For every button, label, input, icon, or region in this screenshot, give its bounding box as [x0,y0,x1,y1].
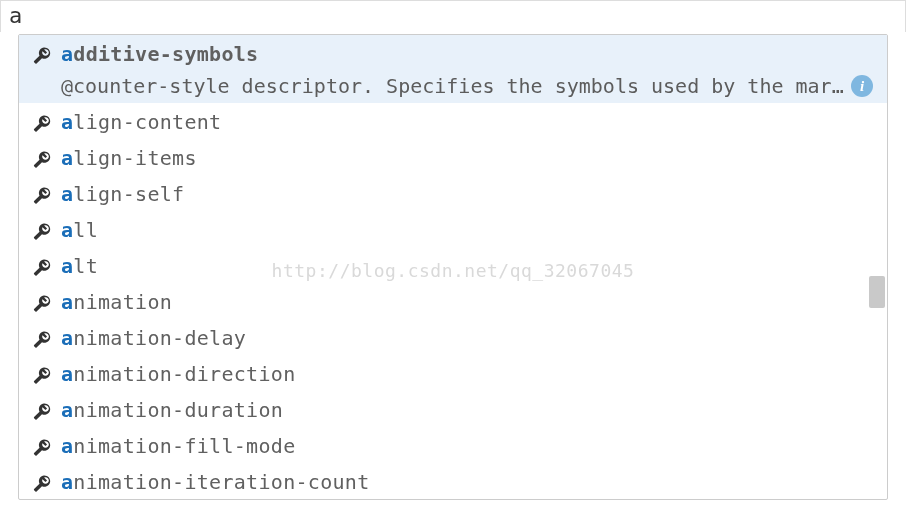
info-icon[interactable]: i [851,75,873,97]
suggestion-description: @counter-style descriptor. Specifies the… [61,71,845,101]
search-input[interactable]: a [0,0,906,32]
suggestion-item[interactable]: animation-delay [19,319,887,355]
suggestion-item[interactable]: additive-symbols@counter-style descripto… [19,35,887,103]
wrench-icon [33,107,59,133]
wrench-icon [33,179,59,205]
suggestion-label: animation-iteration-count [61,467,873,497]
suggestion-label: animation-delay [61,323,873,353]
suggestion-item[interactable]: align-content [19,103,887,139]
suggestion-label: all [61,215,873,245]
suggestion-label: animation [61,287,873,317]
wrench-icon [33,143,59,169]
suggestion-label: animation-fill-mode [61,431,873,461]
wrench-icon [33,251,59,277]
suggestion-label: alt [61,251,873,281]
wrench-icon [33,395,59,421]
suggestion-label: additive-symbols [61,39,873,69]
suggestion-item[interactable]: animation-iteration-count [19,463,887,499]
wrench-icon [33,467,59,493]
wrench-icon [33,287,59,313]
suggestion-label: align-self [61,179,873,209]
suggestion-item[interactable]: alt [19,247,887,283]
suggestion-item[interactable]: animation-duration [19,391,887,427]
suggestion-label: align-content [61,107,873,137]
suggestion-item[interactable]: animation-fill-mode [19,427,887,463]
suggestion-label: animation-duration [61,395,873,425]
wrench-icon [33,431,59,457]
scrollbar-thumb[interactable] [869,276,885,308]
wrench-icon [33,39,59,65]
suggestion-label: animation-direction [61,359,873,389]
suggestion-item[interactable]: align-items [19,139,887,175]
wrench-icon [33,323,59,349]
suggestion-label: align-items [61,143,873,173]
suggestion-item[interactable]: align-self [19,175,887,211]
wrench-icon [33,359,59,385]
suggestion-item[interactable]: all [19,211,887,247]
wrench-icon [33,215,59,241]
suggestion-item[interactable]: animation [19,283,887,319]
suggestion-item[interactable]: animation-direction [19,355,887,391]
autocomplete-panel: additive-symbols@counter-style descripto… [18,34,888,500]
